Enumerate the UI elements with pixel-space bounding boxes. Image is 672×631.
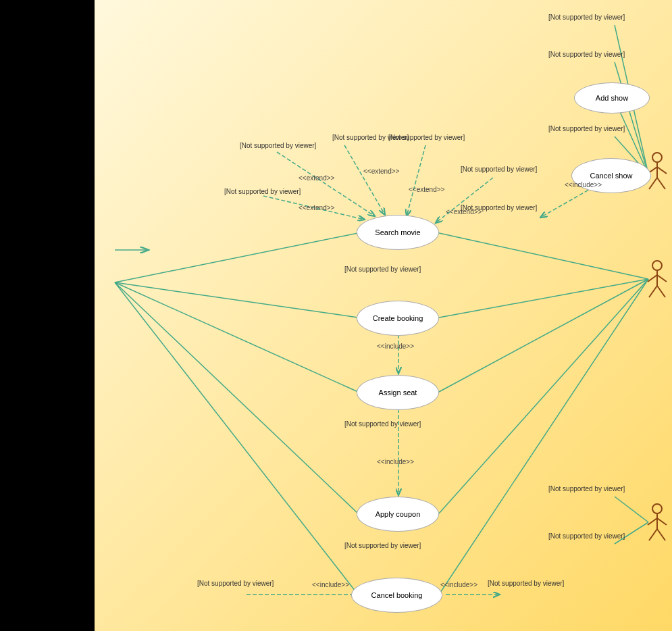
not-supported-14: [Not supported by viewer]: [488, 580, 564, 587]
use-case-cancel-booking-label: Cancel booking: [371, 591, 423, 599]
svg-line-9: [615, 62, 648, 174]
svg-line-22: [263, 196, 365, 220]
svg-line-1: [115, 282, 358, 318]
svg-line-0: [115, 233, 358, 282]
svg-line-49: [657, 518, 667, 525]
use-case-add-show: Add show: [574, 82, 650, 113]
svg-line-17: [615, 522, 648, 544]
extend-label-5: <<extend>>: [446, 208, 482, 216]
svg-line-38: [649, 178, 657, 189]
not-supported-5: [Not supported by viewer]: [461, 204, 537, 211]
svg-line-14: [439, 279, 648, 513]
svg-line-23: [436, 178, 493, 223]
svg-line-15: [439, 279, 648, 595]
svg-line-16: [615, 497, 648, 522]
not-supported-8: [Not supported by viewer]: [388, 134, 465, 141]
not-supported-11: [Not supported by viewer]: [344, 420, 421, 428]
svg-point-40: [652, 261, 662, 270]
not-supported-1: [Not supported by viewer]: [548, 14, 625, 21]
svg-line-12: [439, 279, 648, 318]
use-case-cancel-booking: Cancel booking: [351, 578, 442, 613]
use-case-create-label: Create booking: [373, 314, 423, 322]
extend-label-3: <<extend>>: [409, 186, 444, 193]
not-supported-15: [Not supported by viewer]: [548, 485, 625, 493]
svg-point-34: [652, 153, 662, 162]
svg-line-20: [277, 152, 375, 216]
include-label-5: <<include>>: [440, 581, 477, 588]
svg-line-19: [344, 145, 385, 215]
extend-label-2: <<extend>>: [363, 168, 399, 175]
svg-line-44: [649, 286, 657, 297]
extend-label-1: <<extend>>: [299, 174, 334, 182]
not-supported-13: [Not supported by viewer]: [197, 580, 274, 587]
actor-admin-bottom-figure: [645, 503, 669, 544]
not-supported-4: [Not supported by viewer]: [461, 166, 537, 173]
svg-line-11: [439, 233, 648, 279]
not-supported-7: [Not supported by viewer]: [240, 142, 316, 149]
use-case-add-show-label: Add show: [596, 94, 628, 102]
svg-point-46: [652, 504, 662, 513]
svg-line-3: [115, 282, 358, 513]
use-case-apply-label: Apply coupon: [376, 510, 421, 518]
not-supported-9: [Not supported by viewer]: [224, 188, 301, 195]
include-label-3: <<include>>: [377, 458, 414, 465]
svg-line-21: [407, 145, 425, 216]
not-supported-12: [Not supported by viewer]: [344, 542, 421, 549]
use-case-assign-label: Assign seat: [379, 388, 417, 397]
not-supported-10: [Not supported by viewer]: [344, 266, 421, 273]
svg-line-50: [649, 529, 657, 540]
svg-line-43: [657, 275, 667, 282]
svg-line-42: [648, 275, 657, 282]
not-supported-3: [Not supported by viewer]: [548, 125, 625, 132]
svg-line-48: [648, 518, 657, 525]
use-case-search-movie: Search movie: [357, 215, 439, 250]
svg-line-13: [439, 279, 648, 392]
use-case-cancel-show-label: Cancel show: [590, 172, 633, 180]
use-case-assign-seat: Assign seat: [357, 375, 439, 410]
include-label-2: <<include>>: [377, 343, 414, 350]
svg-line-51: [657, 529, 665, 540]
svg-line-37: [657, 167, 667, 174]
extend-label-4: <<extend>>: [299, 204, 334, 211]
not-supported-2: [Not supported by viewer]: [548, 51, 625, 58]
svg-line-2: [115, 282, 358, 392]
use-case-create-booking: Create booking: [357, 301, 439, 336]
not-supported-6: [Not supported by viewer]: [332, 134, 409, 141]
svg-line-45: [657, 286, 665, 297]
svg-line-39: [657, 178, 665, 189]
use-case-cancel-show: Cancel show: [571, 158, 651, 193]
actor-admin-middle-figure: [645, 260, 669, 301]
svg-line-4: [115, 282, 358, 595]
diagram-canvas: Search movie Create booking Assign seat …: [95, 0, 672, 631]
use-case-apply-coupon: Apply coupon: [357, 497, 439, 532]
not-supported-16: [Not supported by viewer]: [548, 532, 625, 540]
include-label-4: <<include>>: [312, 581, 349, 588]
use-case-search-label: Search movie: [375, 228, 420, 236]
